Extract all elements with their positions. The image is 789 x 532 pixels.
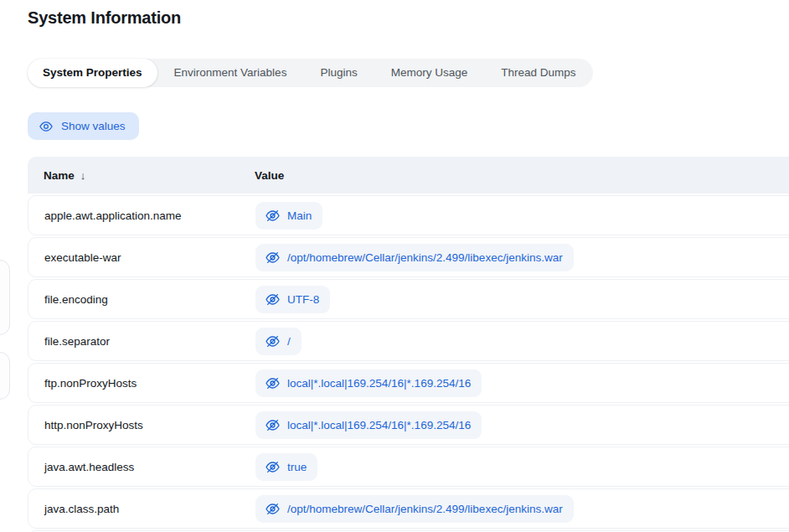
table-row: http.nonProxyHosts local|*.local|169.254… <box>28 405 789 445</box>
hidden-value-pill[interactable]: UTF-8 <box>255 286 330 313</box>
hidden-value-pill[interactable]: /opt/homebrew/Cellar/jenkins/2.499/libex… <box>255 495 574 523</box>
hidden-value-pill[interactable]: Main <box>255 202 322 230</box>
system-info-tabbar: System PropertiesEnvironment VariablesPl… <box>28 59 593 87</box>
table-row: executable-war /opt/homebrew/Cellar/jenk… <box>28 237 789 277</box>
column-header-name[interactable]: Name ↓ <box>28 169 255 182</box>
offscreen-widget-top[interactable] <box>0 260 10 335</box>
property-name: executable-war <box>28 251 255 264</box>
eye-off-icon <box>265 501 281 517</box>
property-value-text: local|*.local|169.254/16|*.169.254/16 <box>287 419 471 431</box>
tab-system-properties[interactable]: System Properties <box>28 59 157 87</box>
property-name-text: file.encoding <box>44 293 108 306</box>
hidden-value-pill[interactable]: / <box>255 328 302 355</box>
tab-thread-dumps[interactable]: Thread Dumps <box>484 59 592 87</box>
eye-off-icon <box>265 333 281 349</box>
property-value-cell: /opt/homebrew/Cellar/jenkins/2.499/libex… <box>255 244 789 271</box>
sort-descending-icon: ↓ <box>80 169 86 182</box>
eye-icon <box>39 119 54 134</box>
property-name-text: java.awt.headless <box>44 461 134 473</box>
eye-off-icon <box>265 208 281 224</box>
hidden-value-pill[interactable]: /opt/homebrew/Cellar/jenkins/2.499/libex… <box>255 244 574 271</box>
property-value-text: UTF-8 <box>287 293 319 306</box>
property-value-text: local|*.local|169.254/16|*.169.254/16 <box>287 377 471 390</box>
table-row: java.awt.headless true <box>28 447 789 487</box>
property-value-cell: Main <box>255 202 789 230</box>
eye-off-icon <box>265 375 281 391</box>
property-value-cell: true <box>255 453 789 481</box>
table-row: file.separator / <box>28 321 789 361</box>
property-name: ftp.nonProxyHosts <box>28 377 255 390</box>
property-name: apple.awt.application.name <box>28 209 255 222</box>
property-value-text: /opt/homebrew/Cellar/jenkins/2.499/libex… <box>287 503 563 515</box>
show-values-button[interactable]: Show values <box>28 112 139 140</box>
table-row: java.class.path /opt/homebrew/Cellar/jen… <box>28 488 789 529</box>
eye-off-icon <box>265 292 281 307</box>
property-value-cell: local|*.local|169.254/16|*.169.254/16 <box>255 411 789 439</box>
offscreen-widget-bottom[interactable] <box>0 352 10 400</box>
property-value-cell: UTF-8 <box>255 286 789 313</box>
hidden-value-pill[interactable]: true <box>255 453 317 481</box>
name-column-label: Name <box>44 169 75 182</box>
table-row: ftp.nonProxyHosts local|*.local|169.254/… <box>28 363 789 403</box>
property-value-text: /opt/homebrew/Cellar/jenkins/2.499/libex… <box>287 251 563 264</box>
hidden-value-pill[interactable]: local|*.local|169.254/16|*.169.254/16 <box>255 411 482 439</box>
table-body: apple.awt.application.name Main executab… <box>28 195 789 529</box>
page-title: System Information <box>28 8 181 28</box>
property-value-text: Main <box>287 209 312 222</box>
table-row: file.encoding UTF-8 <box>28 279 789 319</box>
property-value-cell: /opt/homebrew/Cellar/jenkins/2.499/libex… <box>255 495 789 523</box>
tab-plugins[interactable]: Plugins <box>303 59 374 87</box>
eye-off-icon <box>265 459 281 475</box>
property-name: file.encoding <box>28 293 255 306</box>
table-header: Name ↓ Value <box>28 157 789 194</box>
property-name-text: ftp.nonProxyHosts <box>44 377 137 390</box>
property-value-text: / <box>287 335 291 348</box>
property-value-cell: local|*.local|169.254/16|*.169.254/16 <box>255 369 789 397</box>
column-header-value[interactable]: Value <box>255 169 284 182</box>
property-name: file.separator <box>28 335 255 348</box>
property-name-text: file.separator <box>44 335 110 348</box>
property-name-text: executable-war <box>44 251 121 264</box>
property-value-cell: / <box>255 328 789 355</box>
tab-environment-variables[interactable]: Environment Variables <box>157 59 304 87</box>
tab-memory-usage[interactable]: Memory Usage <box>374 59 485 87</box>
property-name-text: http.nonProxyHosts <box>44 419 143 431</box>
hidden-value-pill[interactable]: local|*.local|169.254/16|*.169.254/16 <box>255 369 482 397</box>
property-name-text: apple.awt.application.name <box>44 209 182 222</box>
show-values-label: Show values <box>61 120 126 132</box>
table-row: apple.awt.application.name Main <box>28 195 789 235</box>
property-name-text: java.class.path <box>44 503 119 515</box>
property-name: java.awt.headless <box>28 461 255 473</box>
system-properties-table: Name ↓ Value apple.awt.application.name … <box>28 157 789 532</box>
eye-off-icon <box>265 250 281 266</box>
property-name: http.nonProxyHosts <box>28 419 255 431</box>
property-value-text: true <box>287 461 307 473</box>
eye-off-icon <box>265 417 281 433</box>
property-name: java.class.path <box>28 503 255 515</box>
